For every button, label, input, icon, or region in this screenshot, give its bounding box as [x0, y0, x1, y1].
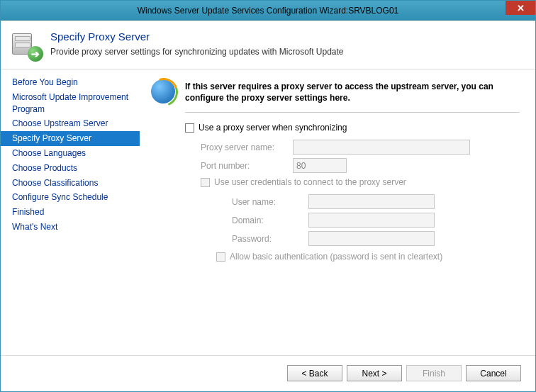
sidebar-item-improvement-program[interactable]: Microsoft Update Improvement Program [1, 90, 140, 117]
use-credentials-checkbox [201, 178, 210, 187]
use-proxy-checkbox[interactable] [185, 123, 194, 133]
sidebar-item-choose-products[interactable]: Choose Products [1, 161, 140, 176]
sidebar-item-choose-upstream[interactable]: Choose Upstream Server [1, 116, 140, 131]
password-input [308, 231, 435, 246]
port-input [293, 158, 347, 173]
username-input [308, 194, 435, 209]
page-subtitle: Provide proxy server settings for synchr… [50, 47, 344, 57]
allow-basic-auth-checkbox [216, 252, 225, 262]
port-label: Port number: [201, 161, 293, 171]
finish-button: Finish [406, 365, 462, 381]
cancel-button[interactable]: Cancel [466, 365, 521, 381]
domain-input [308, 213, 435, 228]
wizard-steps-sidebar: Before You Begin Microsoft Update Improv… [1, 69, 140, 355]
close-icon: ✕ [517, 3, 525, 13]
sidebar-item-whats-next[interactable]: What's Next [1, 220, 140, 235]
window-title: Windows Server Update Services Configura… [138, 6, 399, 16]
use-proxy-label: Use a proxy server when synchronizing [199, 123, 347, 133]
sidebar-item-choose-languages[interactable]: Choose Languages [1, 146, 140, 161]
intro-text: If this server requires a proxy server t… [185, 79, 520, 103]
password-label: Password: [232, 234, 308, 244]
separator [185, 112, 520, 113]
wizard-content: If this server requires a proxy server t… [140, 69, 535, 355]
sidebar-item-configure-sync[interactable]: Configure Sync Schedule [1, 190, 140, 205]
page-title: Specify Proxy Server [50, 30, 344, 43]
sidebar-item-before-you-begin[interactable]: Before You Begin [1, 75, 140, 90]
server-update-icon: ➔ [11, 30, 40, 60]
close-button[interactable]: ✕ [506, 1, 535, 15]
sidebar-item-finished[interactable]: Finished [1, 205, 140, 220]
wizard-header: ➔ Specify Proxy Server Provide proxy ser… [1, 21, 535, 69]
use-credentials-label: Use user credentials to connect to the p… [214, 177, 406, 187]
wizard-footer: < Back Next > Finish Cancel [1, 355, 535, 391]
next-button[interactable]: Next > [347, 365, 402, 381]
sidebar-item-choose-classifications[interactable]: Choose Classifications [1, 176, 140, 191]
proxy-name-label: Proxy server name: [201, 142, 293, 152]
domain-label: Domain: [232, 215, 308, 225]
use-proxy-row[interactable]: Use a proxy server when synchronizing [185, 123, 520, 133]
back-button[interactable]: < Back [287, 365, 342, 381]
proxy-name-input [293, 140, 470, 155]
sync-globe-icon [151, 79, 175, 103]
allow-basic-auth-label: Allow basic authentication (password is … [230, 252, 442, 262]
title-bar: Windows Server Update Services Configura… [1, 1, 535, 21]
sidebar-item-specify-proxy[interactable]: Specify Proxy Server [1, 131, 140, 146]
username-label: User name: [232, 197, 308, 207]
